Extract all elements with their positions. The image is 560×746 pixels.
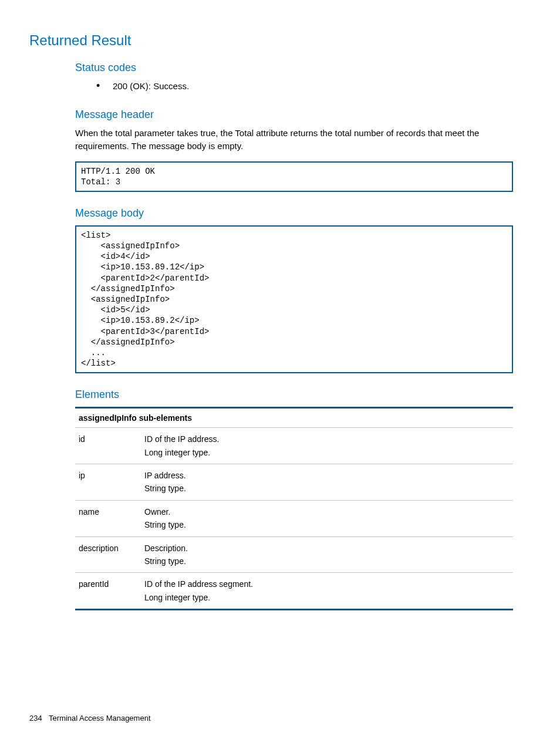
element-name: ip [75, 464, 141, 501]
table-row: description Description.String type. [75, 536, 513, 573]
table-row: name Owner.String type. [75, 500, 513, 536]
page-number: 234 [29, 714, 42, 723]
element-name: description [75, 536, 141, 573]
message-body-code: <list> <assignedIpInfo> <id>4</id> <ip>1… [75, 225, 513, 373]
element-desc: IP address.String type. [141, 464, 513, 501]
message-header-paragraph: When the total parameter takes true, the… [75, 127, 513, 153]
element-desc: ID of the IP address segment.Long intege… [141, 573, 513, 610]
status-codes-heading: Status codes [75, 62, 513, 74]
status-code-item: 200 (OK): Success. [96, 80, 513, 93]
page-footer: 234 Terminal Access Management [29, 714, 151, 723]
message-body-heading: Message body [75, 207, 513, 220]
elements-table: assignedIpInfo sub-elements id ID of the… [75, 407, 513, 610]
table-row: id ID of the IP address.Long integer typ… [75, 428, 513, 464]
elements-table-header: assignedIpInfo sub-elements [75, 408, 513, 428]
element-desc: Owner.String type. [141, 500, 513, 536]
table-row: parentId ID of the IP address segment.Lo… [75, 573, 513, 610]
message-header-code: HTTP/1.1 200 OK Total: 3 [75, 161, 513, 192]
status-codes-list: 200 (OK): Success. [96, 80, 513, 93]
element-desc: Description.String type. [141, 536, 513, 573]
element-name: name [75, 500, 141, 536]
footer-section: Terminal Access Management [49, 714, 150, 723]
page-title: Returned Result [29, 32, 513, 49]
element-desc: ID of the IP address.Long integer type. [141, 428, 513, 464]
element-name: id [75, 428, 141, 464]
message-header-heading: Message header [75, 109, 513, 121]
elements-heading: Elements [75, 389, 513, 401]
element-name: parentId [75, 573, 141, 610]
table-row: ip IP address.String type. [75, 464, 513, 501]
